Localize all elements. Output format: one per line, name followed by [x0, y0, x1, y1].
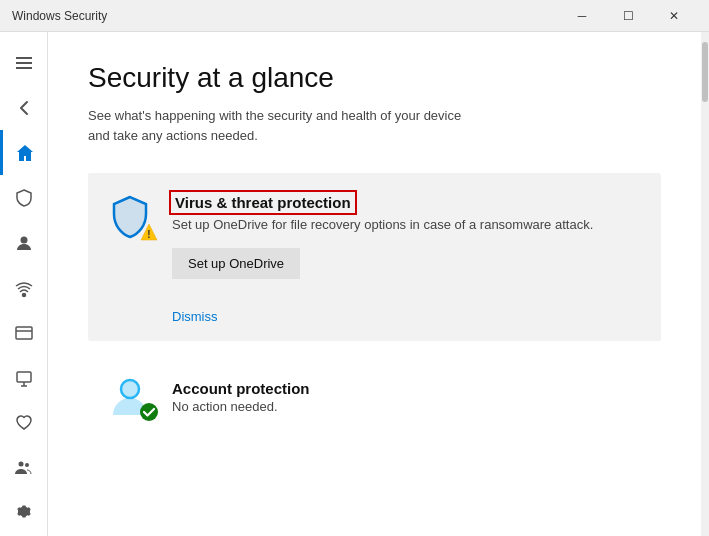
- sidebar-item-network[interactable]: [0, 265, 48, 310]
- check-badge-icon: [140, 403, 158, 421]
- account-wrapper: [110, 375, 154, 419]
- svg-text:!: !: [147, 229, 150, 240]
- sidebar-item-health[interactable]: [0, 401, 48, 446]
- title-bar: Windows Security ─ ☐ ✕: [0, 0, 709, 32]
- device-icon: [14, 368, 34, 388]
- svg-point-4: [22, 294, 25, 297]
- network-icon: [14, 278, 34, 298]
- svg-rect-2: [16, 67, 32, 69]
- svg-rect-5: [16, 327, 32, 339]
- scrollbar-track[interactable]: [701, 32, 709, 536]
- menu-icon: [14, 53, 34, 73]
- account-protection-card: Account protection No action needed.: [88, 357, 661, 437]
- shield-icon: [14, 188, 34, 208]
- home-icon: [15, 143, 35, 163]
- browser-icon: [14, 323, 34, 343]
- minimize-button[interactable]: ─: [559, 0, 605, 32]
- app-body: Security at a glance See what's happenin…: [0, 32, 709, 536]
- account-card-title: Account protection: [172, 380, 641, 397]
- warning-badge-icon: !: [140, 223, 158, 241]
- account-card-icon: [108, 373, 156, 421]
- back-icon: [14, 98, 34, 118]
- virus-card-icon: !: [108, 193, 156, 241]
- scrollbar-thumb[interactable]: [702, 42, 708, 102]
- person-icon: [14, 233, 34, 253]
- svg-point-3: [20, 236, 27, 243]
- settings-icon: [14, 503, 34, 523]
- sidebar: [0, 32, 48, 536]
- health-icon: [14, 413, 34, 433]
- sidebar-item-shield[interactable]: [0, 175, 48, 220]
- page-title: Security at a glance: [88, 62, 661, 94]
- svg-point-16: [140, 403, 158, 421]
- sidebar-item-browser[interactable]: [0, 311, 48, 356]
- virus-card-content: Virus & threat protection Set up OneDriv…: [172, 193, 641, 325]
- account-card-content: Account protection No action needed.: [172, 380, 641, 414]
- main-content: Security at a glance See what's happenin…: [48, 32, 701, 536]
- sidebar-item-family[interactable]: [0, 446, 48, 491]
- window-controls: ─ ☐ ✕: [559, 0, 697, 32]
- sidebar-item-back[interactable]: [0, 85, 48, 130]
- setup-onedrive-button[interactable]: Set up OneDrive: [172, 248, 300, 279]
- dismiss-link[interactable]: Dismiss: [172, 309, 218, 324]
- sidebar-item-menu[interactable]: [0, 40, 48, 85]
- svg-rect-1: [16, 62, 32, 64]
- virus-card-description: Set up OneDrive for file recovery option…: [172, 216, 641, 234]
- window-title: Windows Security: [12, 9, 559, 23]
- sidebar-item-account[interactable]: [0, 220, 48, 265]
- sidebar-item-home[interactable]: [0, 130, 48, 175]
- family-icon: [14, 458, 34, 478]
- page-subtitle: See what's happening with the security a…: [88, 106, 661, 145]
- sidebar-item-settings[interactable]: [0, 491, 48, 536]
- maximize-button[interactable]: ☐: [605, 0, 651, 32]
- shield-wrapper: !: [110, 195, 154, 239]
- svg-rect-0: [16, 57, 32, 59]
- svg-point-11: [25, 463, 29, 467]
- virus-threat-card: ! Virus & threat protection Set up OneDr…: [88, 173, 661, 341]
- sidebar-item-device[interactable]: [0, 356, 48, 401]
- virus-card-title: Virus & threat protection: [172, 193, 354, 212]
- account-card-status: No action needed.: [172, 399, 641, 414]
- svg-rect-7: [17, 372, 31, 382]
- close-button[interactable]: ✕: [651, 0, 697, 32]
- svg-point-10: [18, 462, 23, 467]
